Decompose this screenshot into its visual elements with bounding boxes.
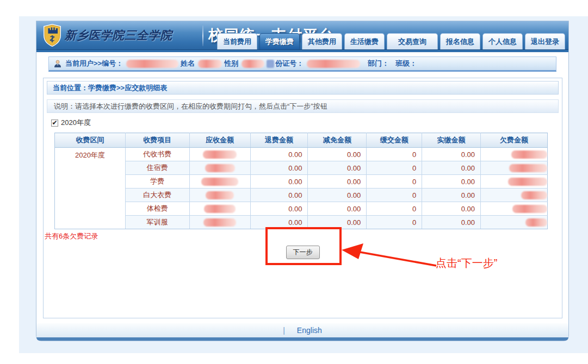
current-user-bar: 当前用户>>编号： 姓名 性别 份证号： 部门： 班级：: [48, 57, 556, 72]
school-name: 新乡医学院三全学院: [65, 28, 172, 43]
app-header: 新乡医学院三全学院 校园统一支付平台 当前费用 学费缴费 其他费用 生活缴费 交…: [36, 21, 568, 49]
col-paid: 实缴金额: [422, 133, 481, 148]
period-cell: 2020年度: [55, 148, 126, 229]
tab-logout[interactable]: 退出登录: [525, 33, 565, 49]
header-divider: [202, 26, 203, 46]
col-refund: 退费金额: [250, 133, 308, 148]
redacted-arrears: [481, 148, 548, 161]
school-crest-icon: [43, 23, 61, 49]
col-arrears: 欠费金额: [481, 133, 548, 148]
defer-value: 0: [367, 202, 422, 216]
table-row: 学费 0.00 0.00 0 0.00: [55, 175, 548, 189]
paid-value: 0.00: [422, 148, 481, 161]
fee-item: 白大衣费: [125, 189, 189, 202]
redacted-id-char: [267, 60, 274, 68]
user-gender-label: 性别: [224, 59, 238, 68]
paid-value: 0.00: [422, 175, 481, 189]
fee-detail-table: 收费区间 收费项目 应收金额 退费金额 减免金额 缓交金额 实缴金额 欠费金额 …: [54, 133, 548, 229]
waiver-value: 0.00: [308, 202, 367, 216]
header-accent-strip: [36, 49, 568, 52]
user-class-label: 班级：: [395, 59, 417, 68]
paid-value: 0.00: [422, 202, 481, 216]
redacted-gender: [242, 60, 264, 68]
redacted-arrears: [481, 189, 548, 202]
table-header-row: 收费区间 收费项目 应收金额 退费金额 减免金额 缓交金额 实缴金额 欠费金额: [55, 133, 548, 148]
footer-separator: |: [283, 326, 285, 335]
waiver-value: 0.00: [308, 189, 367, 202]
redacted-student-id: [126, 60, 178, 68]
redacted-arrears: [481, 175, 548, 189]
tab-transaction-query[interactable]: 交易查询: [387, 33, 438, 49]
tab-tuition-payment[interactable]: 学费缴费: [259, 33, 300, 49]
breadcrumb: 当前位置：学费缴费>>应交款明细表: [47, 81, 559, 95]
defer-value: 0: [367, 189, 422, 202]
col-receivable: 应收金额: [189, 133, 250, 148]
waiver-value: 0.00: [308, 175, 367, 189]
paid-value: 0.00: [422, 216, 481, 229]
annotation-text: 点击“下一步”: [436, 256, 497, 271]
main-nav: 当前费用 学费缴费 其他费用 生活缴费 交易查询 报名信息 个人信息 退出登录: [217, 33, 565, 49]
refund-value: 0.00: [250, 216, 308, 229]
footer-accent-bar: [36, 337, 568, 341]
waiver-value: 0.00: [308, 161, 367, 175]
user-dept-label: 部门：: [368, 59, 389, 68]
user-id-label: 份证号：: [275, 59, 304, 68]
table-row: 体检费 0.00 0.00 0 0.00: [55, 202, 548, 216]
table-row: 2020年度 代收书费 0.00 0.00 0 0.00: [55, 148, 548, 161]
english-link[interactable]: English: [297, 326, 322, 335]
period-checkbox[interactable]: ✔: [51, 120, 58, 127]
redacted-receivable: [189, 148, 250, 161]
paid-value: 0.00: [422, 189, 481, 202]
defer-value: 0: [367, 216, 422, 229]
table-row: 白大衣费 0.00 0.00 0 0.00: [55, 189, 548, 202]
tab-personal-info[interactable]: 个人信息: [482, 33, 523, 49]
refund-value: 0.00: [250, 202, 308, 216]
redacted-name: [198, 60, 222, 68]
refund-value: 0.00: [250, 189, 308, 202]
tab-other-fees[interactable]: 其他费用: [302, 33, 342, 49]
refund-value: 0.00: [250, 175, 308, 189]
next-step-button[interactable]: 下一步: [286, 246, 320, 259]
arrears-count-text: 共有6条欠费记录: [45, 231, 562, 241]
table-row: 住宿费 0.00 0.00 0 0.00: [55, 161, 548, 175]
tab-living-payment[interactable]: 生活缴费: [344, 33, 385, 49]
redacted-arrears: [481, 202, 548, 216]
redacted-arrears: [481, 216, 548, 229]
fee-item: 军训服: [125, 216, 189, 229]
app-window: 新乡医学院三全学院 校园统一支付平台 当前费用 学费缴费 其他费用 生活缴费 交…: [36, 21, 569, 341]
user-name-label: 姓名: [181, 59, 195, 68]
defer-value: 0: [367, 148, 422, 161]
redacted-receivable: [189, 161, 250, 175]
person-icon: [53, 59, 62, 68]
redacted-receivable: [189, 202, 250, 216]
waiver-value: 0.00: [308, 216, 367, 229]
period-select-row: ✔ 2020年度: [51, 116, 562, 129]
col-deferred: 缓交金额: [367, 133, 422, 148]
paid-value: 0.00: [422, 161, 481, 175]
redacted-receivable: [189, 175, 250, 189]
redacted-receivable: [189, 189, 250, 202]
redacted-receivable: [189, 216, 250, 229]
table-row: 军训服 0.00 0.00 0 0.00: [55, 216, 548, 229]
content-panel: 当前位置：学费缴费>>应交款明细表 说明：请选择本次进行缴费的收费区间，在相应的…: [43, 78, 562, 318]
tab-current-fees[interactable]: 当前费用: [217, 33, 257, 49]
footer-bar: | English: [36, 323, 568, 337]
user-prefix-label: 当前用户>>编号：: [65, 59, 123, 68]
waiver-value: 0.00: [308, 148, 367, 161]
refund-value: 0.00: [250, 161, 308, 175]
instruction-text: 说明：请选择本次进行缴费的收费区间，在相应的收费期间打勾，然后点击“下一步”按钮: [47, 99, 559, 113]
tab-registration-info[interactable]: 报名信息: [440, 33, 480, 49]
col-fee-period: 收费区间: [55, 133, 126, 148]
redacted-id-number: [307, 60, 360, 68]
fee-item: 学费: [125, 175, 189, 189]
fee-item: 代收书费: [125, 148, 189, 161]
period-label: 2020年度: [61, 118, 91, 128]
defer-value: 0: [367, 175, 422, 189]
refund-value: 0.00: [250, 148, 308, 161]
defer-value: 0: [367, 161, 422, 175]
fee-item: 体检费: [125, 202, 189, 216]
redacted-arrears: [481, 161, 548, 175]
col-fee-item: 收费项目: [125, 133, 189, 148]
col-waiver: 减免金额: [308, 133, 367, 148]
fee-item: 住宿费: [125, 161, 189, 175]
